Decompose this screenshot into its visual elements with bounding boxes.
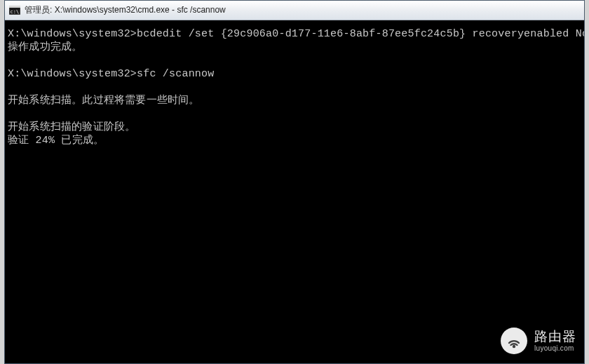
terminal-line: 开始系统扫描。此过程将需要一些时间。	[8, 95, 200, 107]
terminal-line: 开始系统扫描的验证阶段。	[8, 121, 135, 133]
cmd-window: c:\ 管理员: X:\windows\system32\cmd.exe - s…	[4, 0, 585, 364]
svg-text:c:\: c:\	[11, 9, 20, 15]
window-titlebar[interactable]: c:\ 管理员: X:\windows\system32\cmd.exe - s…	[5, 1, 584, 20]
terminal-line: X:\windows\system32>sfc /scannow	[8, 68, 214, 80]
cmd-icon: c:\	[9, 6, 20, 15]
svg-rect-1	[9, 6, 20, 8]
terminal-output[interactable]: X:\windows\system32>bcdedit /set {29c906…	[5, 20, 584, 363]
terminal-line: 操作成功完成。	[8, 41, 82, 53]
window-title: 管理员: X:\windows\system32\cmd.exe - sfc /…	[25, 4, 226, 16]
terminal-line: X:\windows\system32>bcdedit /set {29c906…	[8, 28, 584, 40]
terminal-line: 验证 24% 已完成。	[8, 135, 104, 147]
